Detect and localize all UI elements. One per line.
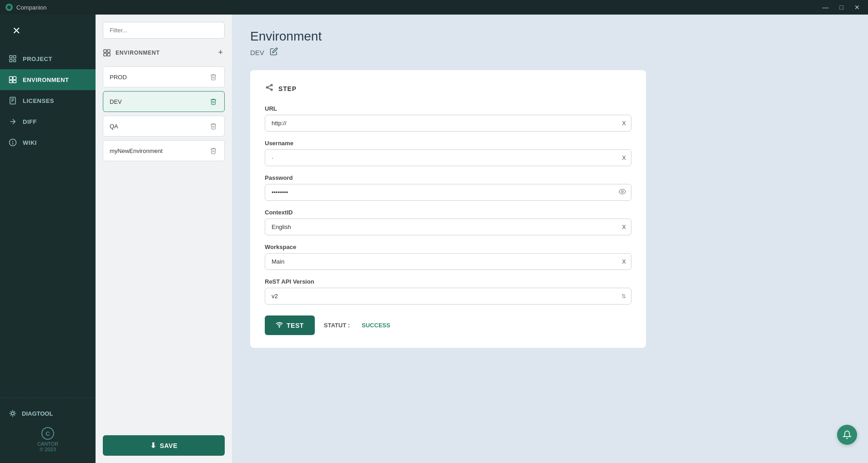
password-toggle-button[interactable] — [619, 188, 626, 197]
env-item-name: PROD — [110, 74, 209, 81]
sidebar-item-diff[interactable]: DIFF — [0, 111, 96, 132]
url-input-wrap: X — [265, 115, 631, 132]
cantor-name: CANTOR — [37, 441, 58, 447]
sidebar-label-wiki: WIKI — [23, 139, 37, 146]
diagtool-button[interactable]: DIAGTOOL — [7, 405, 88, 422]
save-icon: ⬇ — [150, 441, 156, 450]
delete-env-button[interactable] — [209, 146, 218, 155]
delete-env-button[interactable] — [209, 122, 218, 131]
password-input[interactable] — [265, 184, 631, 201]
diagtool-label: DIAGTOOL — [22, 410, 53, 417]
wifi-icon — [276, 321, 283, 330]
save-button[interactable]: ⬇ SAVE — [103, 435, 225, 456]
svg-rect-13 — [107, 50, 110, 52]
app-logo — [5, 4, 13, 11]
step-card: STEP URL X Username X Password — [250, 70, 646, 348]
env-section-header: ENVIRONMENT + — [103, 44, 225, 61]
sidebar-label-diff: DIFF — [23, 118, 37, 125]
contextid-clear-button[interactable]: X — [622, 224, 626, 230]
svg-line-19 — [268, 86, 271, 87]
restapi-select-wrap: v1 v2 v3 — [265, 288, 631, 305]
svg-rect-12 — [104, 50, 106, 52]
window-close-button[interactable]: ✕ — [852, 3, 863, 12]
titlebar-left: Companion — [5, 4, 47, 11]
wiki-icon — [8, 138, 17, 147]
svg-rect-15 — [107, 53, 110, 56]
app-body: ✕ PROJECT — [0, 15, 868, 463]
sidebar-item-wiki[interactable]: WIKI — [0, 132, 96, 153]
filter-input[interactable] — [103, 22, 225, 39]
test-button[interactable]: TEST — [265, 315, 315, 335]
workspace-field-group: Workspace X — [265, 244, 631, 270]
username-label: Username — [265, 140, 631, 147]
workspace-input[interactable] — [265, 253, 631, 270]
sidebar-label-licenses: LICENSES — [23, 97, 54, 104]
sidebar-close-button[interactable]: ✕ — [8, 23, 25, 39]
statut-value: SUCCESS — [362, 322, 390, 329]
titlebar-controls: — □ ✕ — [820, 3, 863, 12]
username-clear-button[interactable]: X — [622, 154, 626, 161]
cantor-c-logo: C — [41, 427, 54, 440]
svg-rect-0 — [10, 76, 13, 80]
svg-line-20 — [268, 88, 271, 89]
workspace-label: Workspace — [265, 244, 631, 250]
cantor-logo: C CANTOR © 2023 — [7, 422, 88, 456]
sidebar-item-project[interactable]: PROJECT — [0, 48, 96, 69]
save-label: SAVE — [160, 442, 177, 449]
sidebar-item-licenses[interactable]: LICENSES — [0, 90, 96, 111]
diagtool-icon — [8, 409, 17, 418]
env-item-name: myNewEnvironment — [110, 148, 209, 154]
username-input-wrap: X — [265, 149, 631, 166]
notification-fab[interactable] — [837, 425, 857, 445]
restapi-select[interactable]: v1 v2 v3 — [265, 288, 631, 305]
delete-env-button[interactable] — [209, 72, 218, 81]
sidebar-item-environment[interactable]: ENVIRONMENT — [0, 69, 96, 90]
svg-point-11 — [11, 412, 14, 415]
edit-env-name-button[interactable] — [270, 47, 278, 57]
env-grid-icon — [103, 49, 111, 57]
sidebar-footer: DIAGTOOL C CANTOR © 2023 — [0, 397, 96, 463]
save-btn-container: ⬇ SAVE — [103, 428, 225, 456]
password-input-wrap — [265, 184, 631, 201]
username-field-group: Username X — [265, 140, 631, 166]
sidebar: ✕ PROJECT — [0, 15, 96, 463]
svg-rect-14 — [104, 53, 106, 56]
svg-rect-1 — [13, 76, 16, 80]
list-item[interactable]: DEV — [103, 91, 225, 112]
username-input[interactable] — [265, 149, 631, 166]
cantor-year: © 2023 — [40, 447, 56, 452]
password-field-group: Password — [265, 174, 631, 201]
env-section-text: ENVIRONMENT — [116, 50, 160, 56]
svg-point-22 — [279, 327, 279, 327]
url-clear-button[interactable]: X — [622, 120, 626, 127]
project-icon — [8, 54, 17, 63]
list-item[interactable]: myNewEnvironment — [103, 140, 225, 161]
statut-label: STATUT : — [324, 322, 350, 329]
url-input[interactable] — [265, 115, 631, 132]
workspace-clear-button[interactable]: X — [622, 258, 626, 265]
env-subtitle-name: DEV — [250, 49, 264, 56]
contextid-input[interactable] — [265, 219, 631, 235]
diff-icon — [8, 117, 17, 126]
maximize-button[interactable]: □ — [837, 3, 846, 12]
list-item[interactable]: PROD — [103, 66, 225, 87]
env-item-name: DEV — [110, 98, 209, 105]
step-label: STEP — [278, 85, 297, 92]
env-list: PROD DEV QA — [103, 66, 225, 161]
env-section-label: ENVIRONMENT — [103, 49, 160, 57]
list-item[interactable]: QA — [103, 116, 225, 137]
url-label: URL — [265, 105, 631, 112]
test-btn-label: TEST — [287, 322, 304, 329]
svg-rect-2 — [10, 81, 13, 83]
environment-icon — [8, 75, 17, 84]
add-environment-button[interactable]: + — [216, 47, 225, 58]
step-header: STEP — [265, 83, 631, 94]
minimize-button[interactable]: — — [820, 3, 832, 12]
contextid-field-group: ContextID X — [265, 209, 631, 235]
workspace-input-wrap: X — [265, 253, 631, 270]
svg-point-10 — [12, 143, 13, 144]
svg-point-17 — [271, 84, 272, 86]
delete-env-button[interactable] — [209, 97, 218, 106]
restapi-field-group: ReST API Version v1 v2 v3 — [265, 278, 631, 305]
test-row: TEST STATUT : SUCCESS — [265, 315, 631, 335]
